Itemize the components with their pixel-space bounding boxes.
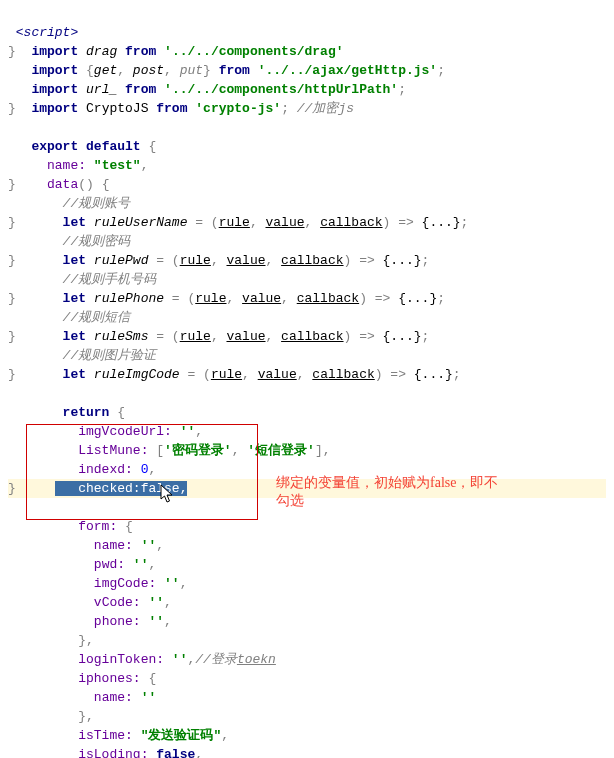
line: name: '' xyxy=(8,690,156,705)
line xyxy=(8,120,16,135)
line: } let rulePwd = (rule, value, callback) … xyxy=(8,253,429,268)
line: vCode: '', xyxy=(8,595,172,610)
annotation-text: 绑定的变量值，初始赋为false，即不 勾选 xyxy=(276,474,498,510)
line: } data() { xyxy=(8,177,109,192)
line: } import CryptoJS from 'crypto-js'; //加密… xyxy=(8,101,354,116)
line: //规则短信 xyxy=(8,310,130,325)
line: }, xyxy=(8,633,94,648)
line: pwd: '', xyxy=(8,557,156,572)
line: } let ruleUserName = (rule, value, callb… xyxy=(8,215,468,230)
line: } let ruleSms = (rule, value, callback) … xyxy=(8,329,429,344)
line: //规则账号 xyxy=(8,196,130,211)
line: import url_ from '../../components/httpU… xyxy=(8,82,406,97)
line: iphones: { xyxy=(8,671,156,686)
line: phone: '', xyxy=(8,614,172,629)
line: form: { xyxy=(8,519,133,534)
line: ListMune: ['密码登录', '短信登录'], xyxy=(8,443,330,458)
line: isTime: "发送验证码", xyxy=(8,728,229,743)
selected-text: checked:false, xyxy=(55,481,188,496)
line: isLoding: false, xyxy=(8,747,203,758)
line: imgVcodeUrl: '', xyxy=(8,424,203,439)
line: <script> xyxy=(8,25,78,40)
line: import {get, post, put} from '../../ajax… xyxy=(8,63,445,78)
line: } import drag from '../../components/dra… xyxy=(8,44,344,59)
line: export default { xyxy=(8,139,156,154)
line: } let ruleImgCode = (rule, value, callba… xyxy=(8,367,461,382)
line: //规则图片验证 xyxy=(8,348,156,363)
line xyxy=(8,386,16,401)
line: return { xyxy=(8,405,125,420)
line: imgCode: '', xyxy=(8,576,187,591)
line: //规则密码 xyxy=(8,234,130,249)
code-block: <script> } import drag from '../../compo… xyxy=(0,0,614,758)
script-tag: <script> xyxy=(16,25,78,40)
line: name: '', xyxy=(8,538,164,553)
line: }, xyxy=(8,709,94,724)
line: indexd: 0, xyxy=(8,462,156,477)
line: } let rulePhone = (rule, value, callback… xyxy=(8,291,445,306)
line: name: "test", xyxy=(8,158,148,173)
line: loginToken: '',//登录toekn xyxy=(8,652,276,667)
line: //规则手机号码 xyxy=(8,272,156,287)
